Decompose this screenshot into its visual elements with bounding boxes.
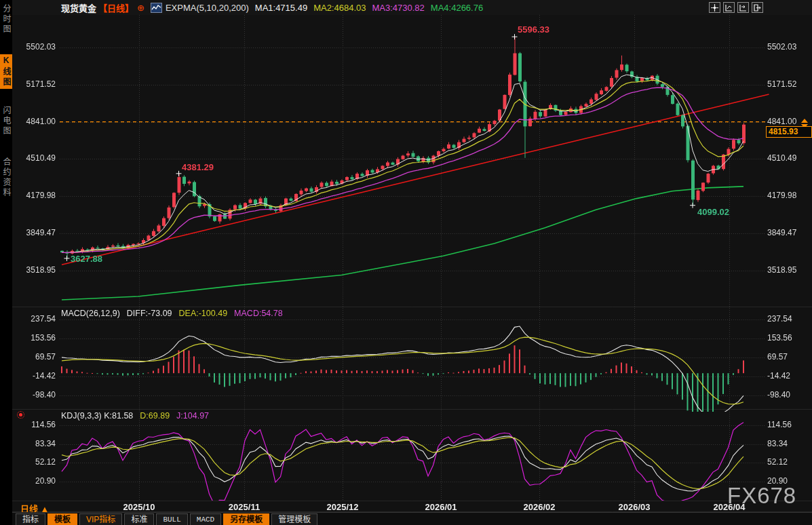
- price-tick: 4510.49: [767, 153, 811, 163]
- price-tick: 5171.52: [12, 79, 56, 89]
- price-tick: 3849.47: [767, 228, 811, 237]
- standard-button[interactable]: 标准: [124, 513, 154, 525]
- macd-tick: -14.42: [767, 371, 811, 381]
- bottom-toolbar: 指标 模板 VIP指标 标准 BULL MACD 另存模板 管理模板: [12, 512, 812, 525]
- low-annotation-start: 3627.88: [71, 254, 102, 264]
- fit-range-icon[interactable]: [723, 2, 735, 13]
- price-tick: 4841.00: [12, 117, 56, 126]
- sidebar-item-lightning-chart[interactable]: 闪电图: [0, 106, 12, 136]
- left-sidebar: 分时图 K线图 闪电图 合约资料: [0, 0, 12, 525]
- price-tick: 4179.98: [767, 191, 811, 200]
- fx678-watermark: FX678: [727, 483, 796, 509]
- macd-button[interactable]: MACD: [190, 513, 221, 525]
- price-tick: 3849.47: [12, 228, 56, 237]
- macd-tick: -14.42: [12, 371, 56, 381]
- macd-title: MACD(26,12,9): [61, 309, 120, 318]
- month-label: 2026/01: [419, 502, 463, 512]
- indicator-settings-icon[interactable]: [17, 411, 24, 419]
- indicator-button[interactable]: 指标: [16, 513, 45, 525]
- macd-tick: 153.56: [12, 333, 56, 343]
- macd-tick: 237.54: [767, 314, 811, 324]
- ma3-value: MA3:4730.82: [372, 3, 424, 13]
- macd-hist-value: MACD:54.78: [234, 309, 283, 318]
- ma1-value: MA1:4715.49: [255, 3, 307, 13]
- manage-template-button[interactable]: 管理模板: [271, 513, 317, 525]
- indicator-name: EXPMA(5,10,20,200): [166, 3, 249, 13]
- price-tick: 4841.00: [767, 117, 811, 126]
- month-label: 2026/02: [518, 502, 561, 512]
- price-tick: 3518.95: [767, 265, 811, 275]
- month-label: 2025/11: [223, 502, 266, 512]
- kline-chart-window: 分时图 K线图 闪电图 合约资料 现货黄金 【日线】 ⊕ EXPMA(5,10,…: [0, 0, 812, 525]
- macd-dea-value: DEA:-100.49: [179, 309, 228, 318]
- kdj-tick: 83.34: [12, 439, 56, 448]
- vip-indicator-button[interactable]: VIP指标: [79, 513, 122, 525]
- macd-tick: 69.57: [767, 352, 811, 362]
- symbol-name: 现货黄金: [61, 1, 96, 14]
- macd-diff-value: DIFF:-73.09: [127, 309, 172, 318]
- circle-plus-icon[interactable]: ⊕: [137, 3, 144, 13]
- kdj-j-value: J:104.97: [176, 411, 209, 421]
- kdj-title-k: KDJ(9,3,3) K:81.58: [61, 411, 133, 421]
- month-label: 2025/12: [321, 502, 364, 512]
- exit-icon[interactable]: [752, 2, 763, 13]
- crosshair-icon[interactable]: [709, 2, 720, 13]
- high-annotation-oct: 4381.29: [182, 162, 214, 172]
- price-tick: 4179.98: [12, 191, 56, 200]
- low-annotation-march: 4099.02: [697, 207, 729, 217]
- ma4-value: MA4:4266.76: [431, 3, 483, 13]
- chart-header: 现货黄金 【日线】 ⊕ EXPMA(5,10,20,200) MA1:4715.…: [12, 0, 812, 15]
- price-tick: 4510.49: [12, 153, 56, 163]
- sidebar-item-contract-info[interactable]: 合约资料: [0, 157, 12, 198]
- kdj-tick: 114.56: [12, 420, 56, 429]
- bull-button[interactable]: BULL: [156, 513, 187, 525]
- high-annotation-top: 5596.33: [518, 24, 549, 35]
- kdj-tick: 83.34: [767, 439, 811, 448]
- kdj-tick: 114.56: [767, 420, 811, 429]
- macd-tick: 237.54: [12, 314, 56, 324]
- period-tag[interactable]: 【日线】: [98, 1, 134, 14]
- last-price-badge: 4815.93: [766, 126, 812, 138]
- macd-tick: -98.40: [767, 390, 811, 400]
- chart-canvas[interactable]: [0, 0, 812, 525]
- month-label: 2026/03: [613, 502, 656, 512]
- macd-tick: 69.57: [12, 352, 56, 362]
- kdj-panel-header[interactable]: KDJ(9,3,3) K:81.58 D:69.89 J:104.97: [61, 411, 209, 421]
- indicator-chart-icon[interactable]: [151, 3, 162, 13]
- save-template-button[interactable]: 另存模板: [223, 513, 269, 525]
- macd-tick: 153.56: [767, 333, 811, 343]
- template-button[interactable]: 模板: [47, 513, 77, 525]
- price-tick: 5171.52: [767, 79, 811, 89]
- sidebar-item-timeline-chart[interactable]: 分时图: [0, 4, 12, 35]
- price-tick: 5502.03: [12, 42, 56, 52]
- kdj-tick: 52.12: [767, 457, 811, 467]
- pan-range-icon[interactable]: [737, 2, 749, 13]
- macd-tick: -98.40: [12, 390, 56, 400]
- kdj-tick: 20.90: [12, 476, 56, 486]
- kdj-d-value: D:69.89: [140, 411, 170, 421]
- chart-toolbar: [709, 2, 763, 13]
- ma2-value: MA2:4684.03: [313, 3, 366, 13]
- sidebar-item-kline-chart[interactable]: K线图: [0, 54, 12, 89]
- price-tick: 5502.03: [767, 42, 811, 52]
- month-label: 2025/10: [117, 502, 161, 512]
- macd-panel-header[interactable]: MACD(26,12,9) DIFF:-73.09 DEA:-100.49 MA…: [61, 309, 283, 318]
- kdj-tick: 52.12: [12, 457, 56, 467]
- price-tick: 3518.95: [12, 265, 56, 275]
